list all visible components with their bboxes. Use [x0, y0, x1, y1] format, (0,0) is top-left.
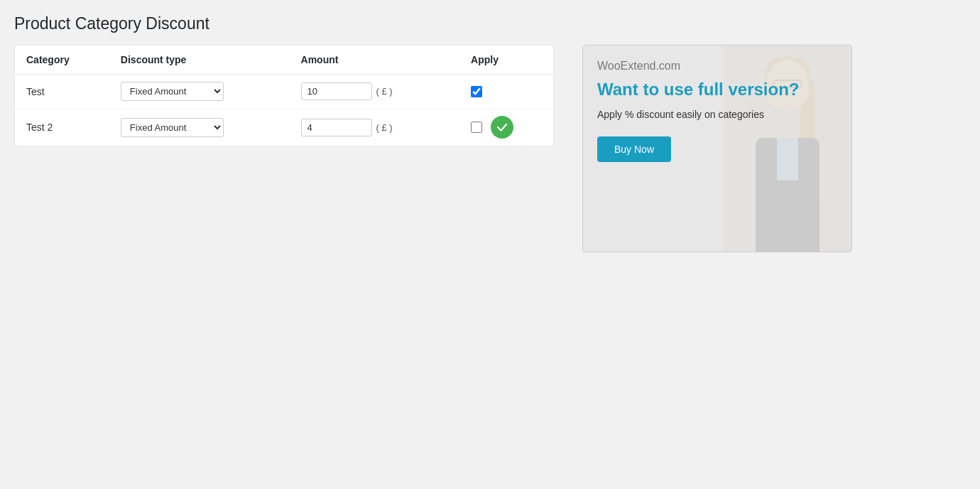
amount-input-2[interactable] — [301, 119, 372, 136]
amount-cell-2: ( £ ) — [290, 109, 460, 146]
discount-type-cell-2: Fixed Amount Percentage — [109, 109, 290, 146]
ad-site-name: WooExtend.com — [597, 60, 837, 72]
category-cell-1: Test — [15, 75, 109, 109]
col-header-discount-type: Discount type — [109, 45, 290, 75]
table-header-row: Category Discount type Amount Apply — [15, 45, 553, 75]
amount-input-1[interactable] — [301, 82, 372, 100]
discount-type-select-2[interactable]: Fixed Amount Percentage — [121, 118, 224, 137]
ad-headline: Want to use full version? — [597, 80, 837, 100]
table-row: Test 2 Fixed Amount Percentage ( £ ) — [15, 109, 553, 146]
category-label-2: Test 2 — [26, 122, 53, 133]
apply-cell-1 — [459, 75, 553, 109]
ad-inner: WooExtend.com Want to use full version? … — [583, 45, 851, 252]
ad-subtext: Apply % discount easily on categories — [597, 107, 837, 122]
currency-label-2: ( £ ) — [376, 122, 393, 133]
discount-data-table: Category Discount type Amount Apply Test — [15, 45, 553, 146]
discount-table: Category Discount type Amount Apply Test — [14, 45, 554, 146]
col-header-apply: Apply — [459, 45, 553, 75]
category-label-1: Test — [26, 86, 45, 97]
ad-buy-button[interactable]: Buy Now — [597, 136, 671, 162]
category-cell-2: Test 2 — [15, 109, 109, 146]
currency-label-1: ( £ ) — [376, 86, 393, 97]
ad-content: WooExtend.com Want to use full version? … — [583, 45, 851, 252]
save-button-2[interactable] — [491, 116, 513, 139]
main-layout: Category Discount type Amount Apply Test — [14, 45, 966, 252]
col-header-amount: Amount — [290, 45, 460, 75]
apply-checkbox-2[interactable] — [471, 122, 482, 133]
page-title: Product Category Discount — [14, 14, 966, 33]
apply-cell-2 — [459, 109, 553, 146]
apply-checkbox-1[interactable] — [471, 86, 482, 97]
discount-type-select-1[interactable]: Fixed Amount Percentage — [121, 82, 224, 101]
table-row: Test Fixed Amount Percentage ( £ ) — [15, 75, 553, 109]
amount-cell-1: ( £ ) — [290, 75, 460, 109]
discount-type-cell-1: Fixed Amount Percentage — [109, 75, 290, 109]
col-header-category: Category — [15, 45, 109, 75]
ad-panel: WooExtend.com Want to use full version? … — [582, 45, 852, 252]
table-section: Category Discount type Amount Apply Test — [14, 45, 554, 146]
